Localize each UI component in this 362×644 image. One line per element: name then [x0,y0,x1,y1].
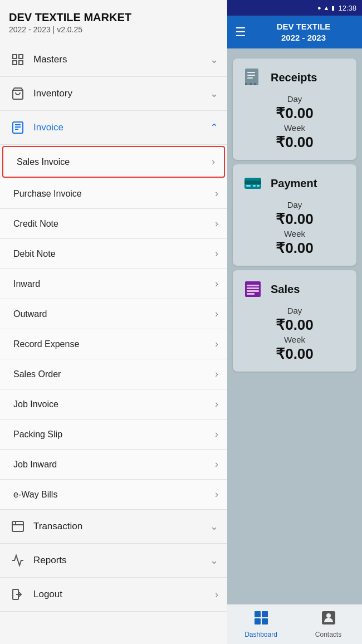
svg-rect-14 [245,69,258,85]
battery-icon: ▮ [331,4,335,12]
right-panel: ● ▲ ▮ 12:38 ☰ DEV TEXTILE 2022 - 2023 [227,0,362,644]
payment-day-amount: ₹0.00 [276,211,314,228]
svg-point-36 [326,613,331,618]
svg-rect-31 [255,611,261,617]
status-icons: ● ▲ ▮ [317,4,335,12]
svg-rect-0 [13,55,17,58]
sidebar-item-packing-slip[interactable]: Packing Slip › [0,419,227,450]
job-inward-arrow: › [215,458,218,470]
menu-icon[interactable]: ☰ [235,25,246,40]
svg-rect-27 [247,285,259,286]
company-meta: 2022 - 2023 | v2.0.25 [9,25,218,34]
sidebar-item-invoice[interactable]: Invoice ⌃ [0,111,227,145]
payment-week-label: Week [284,229,305,238]
sales-day-amount: ₹0.00 [276,316,314,334]
purchase-invoice-arrow: › [215,188,218,199]
tab-contacts[interactable]: Contacts [295,604,362,644]
credit-note-label: Credit Note [13,219,215,229]
sidebar-item-transaction[interactable]: Transaction ⌄ [0,510,227,544]
receipts-card: Receipts Day ₹0.00 Week ₹0.00 [233,58,356,160]
tab-dashboard[interactable]: Dashboard [227,604,295,644]
sales-order-arrow: › [215,368,218,380]
sidebar-item-reports[interactable]: Reports ⌄ [0,544,227,578]
outward-arrow: › [215,308,218,320]
receipts-icon [242,66,264,89]
reports-icon [9,552,27,569]
masters-label: Masters [33,54,210,65]
transaction-icon [9,518,27,535]
svg-rect-16 [247,75,255,76]
invoice-label: Invoice [33,122,210,133]
contacts-tab-label: Contacts [315,631,341,638]
dashboard-tab-icon [253,610,269,630]
dashboard-content: Receipts Day ₹0.00 Week ₹0.00 [227,48,362,604]
sidebar-item-logout[interactable]: Logout › [0,578,227,612]
payment-day-row: Day ₹0.00 Week ₹0.00 [242,200,348,258]
bottom-tabs: Dashboard Contacts [227,604,362,644]
svg-rect-28 [247,287,259,289]
sidebar-item-record-expense[interactable]: Record Expense › [0,329,227,359]
contacts-tab-icon [321,610,336,630]
job-invoice-label: Job Invoice [13,399,215,409]
sales-card: Sales Day ₹0.00 Week ₹0.00 [233,270,356,372]
svg-rect-24 [253,185,256,187]
receipts-day-label: Day [287,94,302,104]
payment-card-header: Payment [242,172,348,194]
job-invoice-arrow: › [215,398,218,410]
invoice-arrow: ⌃ [210,121,218,134]
payment-day-label: Day [287,200,302,209]
svg-rect-2 [13,61,17,65]
inventory-label: Inventory [33,88,210,99]
receipts-week-label: Week [284,123,305,133]
signal-icon: ▲ [324,4,330,11]
transaction-arrow: ⌄ [210,520,218,533]
payment-icon [242,172,264,194]
nav-section: Masters ⌄ Inventory ⌄ [0,43,227,612]
svg-rect-33 [255,618,261,625]
receipts-card-header: Receipts [242,66,348,89]
status-time: 12:38 [338,4,356,12]
sidebar-item-credit-note[interactable]: Credit Note › [0,209,227,239]
invoice-icon [9,119,27,136]
svg-rect-9 [12,521,23,531]
packing-slip-label: Packing Slip [13,430,215,440]
packing-slip-arrow: › [215,428,218,440]
svg-rect-17 [247,77,253,79]
masters-icon [9,51,27,69]
sidebar-item-debit-note[interactable]: Debit Note › [0,239,227,269]
debit-note-label: Debit Note [13,249,215,259]
svg-rect-18 [245,83,247,85]
sidebar-item-sales-invoice[interactable]: Sales Invoice › [2,146,225,178]
app-header: ☰ DEV TEXTILE 2022 - 2023 [227,16,362,48]
status-bar: ● ▲ ▮ 12:38 [227,0,362,16]
company-name: DEV TEXTILE MARKET [9,11,218,24]
receipts-day-amount: ₹0.00 [276,105,314,122]
svg-rect-34 [262,618,268,625]
logout-icon [9,586,27,603]
masters-arrow: ⌄ [210,53,218,66]
eway-bills-label: e-Way Bills [13,490,215,500]
debit-note-arrow: › [215,248,218,260]
payment-card: Payment Day ₹0.00 Week ₹0.00 [233,164,356,266]
transaction-label: Transaction [33,521,210,532]
record-expense-arrow: › [215,338,218,350]
sales-week-label: Week [284,335,305,344]
svg-rect-22 [244,180,261,184]
svg-rect-19 [250,83,252,85]
logout-arrow: › [215,589,218,601]
sidebar-item-sales-order[interactable]: Sales Order › [0,359,227,389]
sidebar-item-job-invoice[interactable]: Job Invoice › [0,389,227,419]
sidebar-item-job-inward[interactable]: Job Inward › [0,450,227,480]
inventory-icon [9,85,27,103]
svg-rect-3 [19,61,23,65]
wifi-icon: ● [317,4,321,11]
sidebar-item-inventory[interactable]: Inventory ⌄ [0,77,227,111]
sidebar-item-purchase-invoice[interactable]: Purchase Invoice › [0,179,227,209]
sidebar-item-outward[interactable]: Outward › [0,299,227,329]
sidebar-item-inward[interactable]: Inward › [0,269,227,299]
sales-card-header: Sales [242,278,348,300]
svg-rect-20 [254,83,256,85]
sales-title: Sales [271,283,300,296]
sidebar-item-masters[interactable]: Masters ⌄ [0,43,227,77]
sidebar-item-eway-bills[interactable]: e-Way Bills › [0,480,227,510]
